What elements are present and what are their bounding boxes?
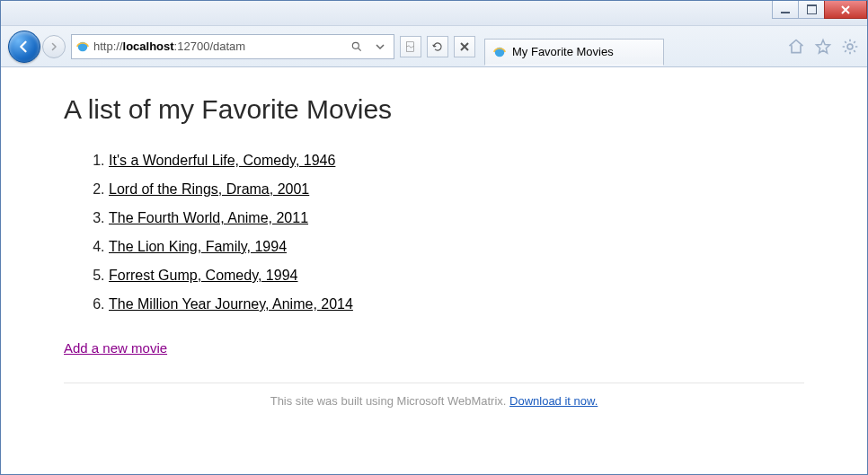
movie-link[interactable]: The Million Year Journey, Anime, 2014	[109, 296, 353, 312]
footer: This site was built using Microsoft WebM…	[64, 394, 804, 408]
back-button[interactable]	[8, 31, 40, 63]
arrow-left-icon	[16, 39, 32, 55]
stop-button[interactable]	[454, 36, 475, 57]
tools-button[interactable]	[840, 37, 860, 57]
refresh-icon	[431, 40, 444, 53]
home-button[interactable]	[786, 37, 806, 57]
window-frame: http://localhost:12700/datam My Favorite…	[0, 0, 868, 475]
close-button[interactable]	[824, 1, 867, 19]
home-icon	[787, 38, 805, 56]
movie-list: It's a Wonderful Life, Comedy, 1946 Lord…	[100, 146, 804, 319]
svg-point-4	[847, 44, 853, 49]
x-icon	[459, 41, 470, 52]
movie-link[interactable]: The Lion King, Family, 1994	[109, 239, 287, 254]
ie-logo-icon	[75, 40, 90, 54]
movie-link[interactable]: It's a Wonderful Life, Comedy, 1946	[109, 153, 335, 168]
movie-link[interactable]: The Fourth World, Anime, 2011	[109, 210, 308, 225]
browser-toolbar: http://localhost:12700/datam My Favorite…	[1, 26, 867, 67]
page-content: A list of my Favorite Movies It's a Wond…	[1, 67, 867, 435]
browser-tab[interactable]: My Favorite Movies	[484, 39, 664, 66]
footer-divider	[64, 383, 804, 383]
page-heading: A list of my Favorite Movies	[64, 94, 804, 125]
minimize-button[interactable]	[772, 1, 799, 19]
refresh-button[interactable]	[427, 36, 448, 57]
add-movie-link[interactable]: Add a new movie	[64, 340, 804, 356]
footer-download-link[interactable]: Download it now.	[509, 394, 598, 408]
address-bar[interactable]: http://localhost:12700/datam	[71, 34, 394, 59]
page-broken-icon	[404, 40, 417, 53]
list-item: The Lion King, Family, 1994	[109, 233, 804, 261]
favorites-button[interactable]	[813, 37, 833, 57]
list-item: It's a Wonderful Life, Comedy, 1946	[109, 146, 804, 175]
dropdown-icon[interactable]	[370, 37, 390, 57]
movie-link[interactable]: Forrest Gump, Comedy, 1994	[109, 268, 297, 283]
window-controls	[773, 1, 867, 19]
search-icon[interactable]	[347, 37, 367, 57]
star-icon	[814, 38, 832, 56]
list-item: Forrest Gump, Comedy, 1994	[109, 261, 804, 290]
toolbar-right-icons	[786, 37, 860, 57]
footer-text: This site was built using Microsoft WebM…	[270, 394, 509, 408]
gear-icon	[841, 38, 859, 56]
ie-logo-icon	[492, 45, 507, 59]
forward-button[interactable]	[42, 35, 66, 58]
titlebar	[1, 1, 867, 26]
movie-link[interactable]: Lord of the Rings, Drama, 2001	[109, 181, 309, 197]
svg-point-1	[352, 42, 359, 48]
maximize-button[interactable]	[798, 1, 825, 19]
list-item: The Fourth World, Anime, 2011	[109, 204, 804, 233]
arrow-right-icon	[49, 41, 59, 52]
list-item: Lord of the Rings, Drama, 2001	[109, 175, 804, 204]
compatibility-button[interactable]	[400, 36, 421, 57]
close-icon	[840, 4, 851, 15]
list-item: The Million Year Journey, Anime, 2014	[109, 290, 804, 319]
tab-title: My Favorite Movies	[512, 45, 614, 58]
url-text: http://localhost:12700/datam	[93, 40, 343, 53]
